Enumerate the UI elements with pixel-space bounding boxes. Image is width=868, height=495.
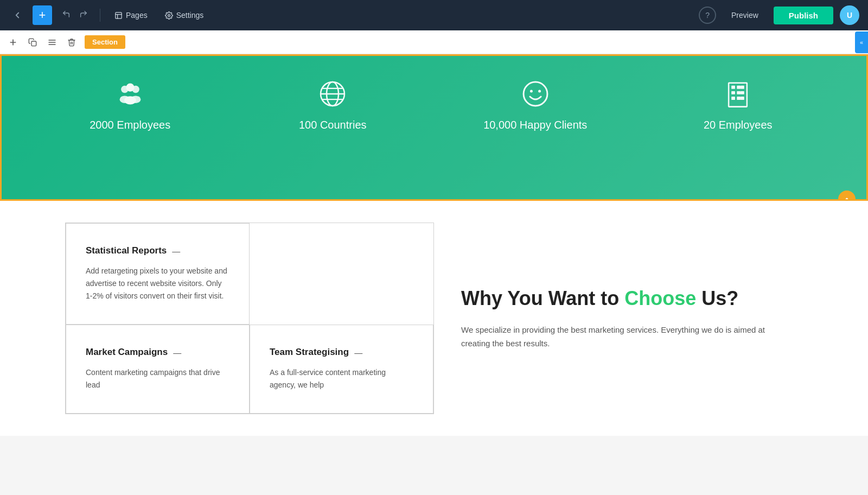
collapse-panel-button[interactable]: « (855, 31, 868, 53)
svg-rect-27 (741, 86, 744, 89)
stat-item-employees: 2000 Employees (90, 78, 170, 131)
card-text-statistical: Add retargeting pixels to your website a… (86, 265, 229, 302)
pages-button[interactable]: Pages (109, 8, 153, 23)
section-badge: Section (85, 35, 125, 49)
why-title: Why You Want to Choose Us? (461, 287, 776, 310)
add-element-button[interactable]: + (33, 5, 52, 25)
employees-group-icon (114, 78, 146, 110)
building-icon (722, 78, 754, 110)
why-title-part2: Us? (696, 287, 738, 309)
stat-label-countries: 100 Countries (299, 119, 367, 131)
card-team-strategising: Team Strategising — As a full-service co… (250, 325, 433, 414)
smiley-icon (519, 78, 552, 110)
svg-rect-26 (737, 86, 741, 89)
card-market-campaigns: Market Campaigns — Content marketing cam… (66, 325, 250, 414)
help-button[interactable]: ? (699, 7, 716, 24)
stat-item-clients: 10,000 Happy Clients (483, 78, 587, 131)
stats-section: 2000 Employees 100 Countries (0, 54, 868, 201)
card-title-market: Market Campaigns — (86, 347, 229, 358)
duplicate-section-button[interactable] (24, 34, 41, 51)
globe-icon (316, 78, 349, 110)
top-navigation: + Pages Settings ? Preview Publish (0, 0, 868, 30)
why-title-part1: Why You Want to (461, 287, 624, 309)
card-title-team: Team Strategising — (270, 347, 413, 358)
main-content: Statistical Reports — Add retargeting pi… (0, 201, 868, 436)
svg-point-22 (530, 90, 533, 92)
publish-button[interactable]: Publish (774, 7, 833, 24)
svg-rect-33 (741, 97, 744, 100)
card-empty-top-right (250, 223, 433, 325)
undo-button[interactable] (59, 8, 74, 23)
avatar[interactable]: U (840, 5, 859, 25)
settings-label: Settings (176, 11, 204, 20)
svg-rect-25 (731, 86, 735, 89)
svg-rect-31 (731, 97, 735, 100)
stat-label-building: 20 Employees (704, 119, 773, 131)
svg-point-23 (538, 90, 541, 92)
stat-item-countries: 100 Countries (299, 78, 367, 131)
svg-point-3 (168, 14, 170, 16)
stat-label-clients: 10,000 Happy Clients (483, 119, 587, 131)
section-toolbar: Section « (0, 30, 868, 54)
add-section-button[interactable] (4, 34, 22, 51)
svg-rect-0 (116, 12, 122, 18)
svg-point-12 (126, 84, 134, 92)
preview-button[interactable]: Preview (723, 7, 767, 24)
card-statistical-reports: Statistical Reports — Add retargeting pi… (66, 223, 250, 325)
svg-rect-6 (31, 41, 36, 46)
stat-item-building: 20 Employees (704, 78, 773, 131)
svg-rect-29 (737, 91, 741, 94)
svg-rect-32 (737, 97, 741, 100)
settings-button[interactable]: Settings (159, 8, 209, 23)
stat-label-employees: 2000 Employees (90, 119, 170, 131)
pages-label: Pages (126, 11, 148, 20)
section-settings-button[interactable] (43, 34, 61, 51)
why-description: We specialize in providing the best mark… (461, 323, 776, 351)
card-text-market: Content marketing campaigns that drive l… (86, 366, 229, 391)
svg-point-15 (124, 96, 136, 104)
svg-rect-30 (741, 91, 744, 94)
back-button[interactable] (9, 7, 26, 24)
why-title-highlight: Choose (624, 287, 696, 309)
svg-rect-28 (731, 91, 735, 94)
redo-button[interactable] (76, 8, 91, 23)
card-text-team: As a full-service content marketing agen… (270, 366, 413, 391)
stats-grid: 2000 Employees 100 Countries (2, 56, 866, 153)
card-title-statistical: Statistical Reports — (86, 245, 229, 256)
nav-divider-1 (100, 9, 100, 22)
history-controls (59, 8, 91, 23)
cards-grid: Statistical Reports — Add retargeting pi… (65, 223, 434, 414)
delete-section-button[interactable] (63, 34, 80, 51)
svg-point-21 (524, 82, 547, 106)
why-choose-us-section: Why You Want to Choose Us? We specialize… (434, 223, 803, 414)
